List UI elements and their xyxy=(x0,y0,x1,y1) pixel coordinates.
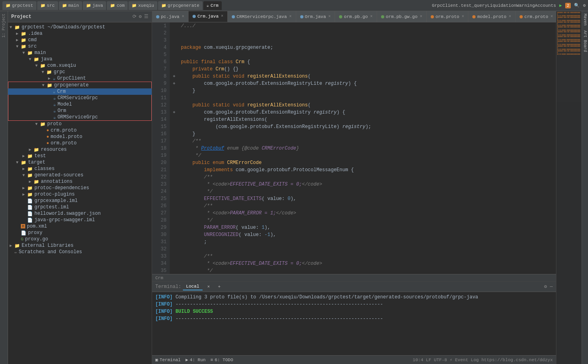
terminal-tab-new[interactable]: × xyxy=(204,284,213,290)
terminal-minimize-icon[interactable]: — xyxy=(550,284,553,290)
tree-icon: 📁 xyxy=(34,179,39,184)
right-sidebar: ████████ ████ ███ ███████████████ ██ ██ … xyxy=(556,11,588,364)
tree-item-grpctest-iml[interactable]: 📄grpctest.iml xyxy=(8,204,152,210)
terminal-label: Terminal: xyxy=(155,284,181,290)
tree-label: java-grpc-swagger.iml xyxy=(34,217,95,223)
tree-item-java-grpc-swagger-iml[interactable]: 📄java-grpc-swagger.iml xyxy=(8,217,152,223)
tree-item-orm-proto[interactable]: ●orm.proto xyxy=(8,140,152,146)
close-tab-icon[interactable]: × xyxy=(370,14,373,19)
line-number: 29 xyxy=(152,224,167,231)
tree-item-grpcclient[interactable]: ▶☕GrpcClient xyxy=(8,75,152,82)
tree-item--idea[interactable]: ▶📁.idea xyxy=(8,30,152,37)
tree-label: .idea xyxy=(28,31,42,36)
tree-item-classes[interactable]: ▶📁classes xyxy=(8,166,152,172)
editor-tab-orm-proto[interactable]: orm.proto× xyxy=(427,11,468,22)
line-number: 19 xyxy=(152,152,167,159)
tree-item-grpctest-~/downloads/grpctest[interactable]: ▼📁grpctest ~/Downloads/grpctest xyxy=(8,24,152,30)
maven-panel-tab[interactable]: Maven Art Board xyxy=(582,11,588,364)
info-text: ----------------------------------------… xyxy=(173,316,383,322)
tree-item-protoc-dependencies[interactable]: ▶📁protoc-dependencies xyxy=(8,185,152,191)
close-tab-icon[interactable]: × xyxy=(289,14,291,19)
code-content: implements com.google.protobuf.ProtocolM… xyxy=(181,166,354,174)
tree-item-generated-sources[interactable]: ▼📁generated-sources xyxy=(8,172,152,178)
bottom-bar-right: 10:4 LF UTF-8 ⚡ Event Log https://blog.c… xyxy=(413,357,553,362)
tree-item-annotations[interactable]: ▶📁annotations xyxy=(8,178,152,185)
code-area[interactable]: /.../ package com.xueqiu.grpcgenerate;pu… xyxy=(170,22,556,274)
tree-item-model[interactable]: ☕Model xyxy=(8,101,152,108)
tree-item-cmd[interactable]: ▶📁cmd xyxy=(8,37,152,43)
tree-item-main[interactable]: ▼📁main xyxy=(8,50,152,56)
close-tab-icon[interactable]: × xyxy=(509,14,511,19)
editor-tab-orm-pb-go[interactable]: orm.pb.go× xyxy=(335,11,377,22)
top-bar-tab-crm[interactable]: ☕Crm xyxy=(203,1,222,10)
tree-item-external-libraries[interactable]: ▶📁External Libraries xyxy=(8,242,152,249)
tree-item-proxy[interactable]: 📄proxy xyxy=(8,230,152,236)
tree-item-protoc-plugins[interactable]: ▶📁protoc-plugins xyxy=(8,191,152,198)
tree-item-target[interactable]: ▼📁target xyxy=(8,159,152,166)
editor-tab-crm-proto[interactable]: crm.proto× xyxy=(516,11,556,22)
art-board-label[interactable]: Art Board xyxy=(582,28,588,54)
top-bar-tab-grpctest[interactable]: 📁grpctest xyxy=(2,1,36,10)
bottom-btn-6--todo[interactable]: ≡6: TODO xyxy=(211,358,233,362)
close-tab-icon[interactable]: × xyxy=(221,14,223,18)
tree-icon: ☕ xyxy=(53,96,56,101)
tree-item-helloworld-swagger-json[interactable]: 📄helloworld.swagger.json xyxy=(8,210,152,217)
settings-icon[interactable]: ⚙ xyxy=(583,3,586,8)
top-bar-tab-java[interactable]: 📁java xyxy=(83,1,106,10)
editor-tab-model-proto[interactable]: model.proto× xyxy=(468,11,516,22)
editor-tab-crm-java[interactable]: Crm.java× xyxy=(189,11,228,22)
tree-item-com-xueqiu[interactable]: ▼📁com.xueqiu xyxy=(8,62,152,69)
top-bar-tab-grpcgenerate[interactable]: 📁grpcgenerate xyxy=(158,1,203,10)
top-bar-tab-main[interactable]: 📁main xyxy=(59,1,82,10)
tree-label: src xyxy=(28,44,37,49)
line-number: 1 xyxy=(152,22,167,30)
tree-item-java[interactable]: ▼📁java xyxy=(8,56,152,62)
editor-tab-orm-pb-gw-go[interactable]: orm.pb.gw.go× xyxy=(377,11,427,22)
tree-item-grpc[interactable]: ▼📁grpc xyxy=(8,69,152,75)
close-tab-icon[interactable]: × xyxy=(420,14,422,19)
code-content: public static void registerAllExtensions… xyxy=(181,102,311,109)
tree-item-crm-proto[interactable]: ●crm.proto xyxy=(8,127,152,134)
tree-item-resources[interactable]: ▶📁resources xyxy=(8,146,152,153)
tree-item-scratches-and-consoles[interactable]: ✏Scratches and Consoles xyxy=(8,249,152,255)
code-content: } xyxy=(181,130,195,138)
tree-item-test[interactable]: ▶📁test xyxy=(8,153,152,159)
terminal-tab-local[interactable]: Local xyxy=(183,283,203,290)
tree-item-crm[interactable]: ☕Crm xyxy=(8,88,152,95)
close-tab-icon[interactable]: × xyxy=(328,14,331,19)
settings-icon[interactable]: ⚙ xyxy=(139,14,142,20)
close-tab-icon[interactable]: × xyxy=(551,14,553,19)
tree-item-pom-xml[interactable]: 🅼pom.xml xyxy=(8,223,152,230)
top-bar-tab-xueqiu[interactable]: 📁xueqiu xyxy=(128,1,157,10)
bottom-btn-4--run[interactable]: ▶4: Run xyxy=(185,357,205,362)
line-number: 5 xyxy=(152,51,167,58)
tree-item-model-proto[interactable]: ●model.proto xyxy=(8,134,152,140)
editor-tab-pc-java[interactable]: pc.java× xyxy=(152,11,189,22)
maven-label[interactable]: Maven xyxy=(582,11,588,28)
tree-label: grpc xyxy=(54,69,65,75)
bottom-btn-label: 6: TODO xyxy=(215,358,233,362)
tree-item-grpcgenerate[interactable]: ▼📁grpcgenerate xyxy=(8,82,152,88)
tree-item-crmservicegrpc[interactable]: ☕CRMServiceGrpc xyxy=(8,95,152,101)
bottom-btn-terminal[interactable]: ▣Terminal xyxy=(155,357,181,362)
tree-item-ormservicegrpc[interactable]: ☕ORMServiceGrpc xyxy=(8,114,152,121)
terminal-tab-add[interactable]: + xyxy=(215,284,224,290)
gear-icon[interactable]: ☰ xyxy=(144,14,149,20)
tree-item-proxy-go[interactable]: Gproxy.go xyxy=(8,236,152,242)
tree-item-grpcexample-iml[interactable]: 📄grpcexample.iml xyxy=(8,198,152,204)
editor-tab-orm-java[interactable]: Orm.java× xyxy=(296,11,335,22)
editor-tab-crmservicegrpc-java[interactable]: CRMServiceGrpc.java× xyxy=(228,11,296,22)
search-icon[interactable]: 🔍 xyxy=(574,3,580,8)
close-tab-icon[interactable]: × xyxy=(462,14,464,19)
close-tab-icon[interactable]: × xyxy=(182,14,184,19)
top-bar-tab-src[interactable]: 📁src xyxy=(37,1,58,10)
tree-item-src[interactable]: ▼📁src xyxy=(8,43,152,50)
sync-icon[interactable]: ⟳ xyxy=(132,14,136,20)
top-bar-tab-com[interactable]: 📁com xyxy=(107,1,128,10)
project-strip-label[interactable]: 1: Project xyxy=(1,11,7,40)
terminal-settings-icon[interactable]: ⚙ xyxy=(544,284,547,290)
tree-item-proto[interactable]: ▼📁proto xyxy=(8,121,152,127)
tree-label: crm.proto xyxy=(51,128,77,133)
tree-item-orm[interactable]: ☕Orm xyxy=(8,108,152,114)
run-button[interactable]: ▶ xyxy=(559,3,562,8)
